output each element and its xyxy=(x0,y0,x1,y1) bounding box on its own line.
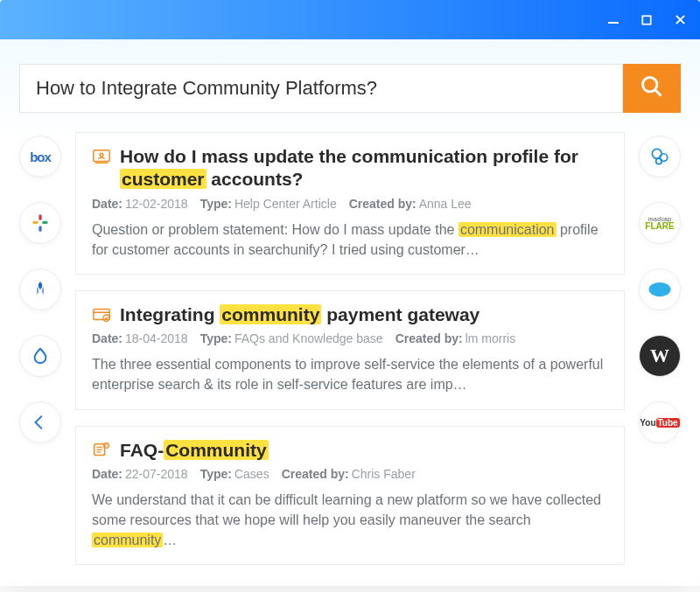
source-drupal-icon[interactable] xyxy=(19,335,61,377)
svg-point-24 xyxy=(656,158,662,164)
source-salesforce-icon[interactable] xyxy=(639,268,681,310)
result-snippet: We understand that it can be difficult l… xyxy=(92,490,608,551)
source-wordpress-icon[interactable]: W xyxy=(639,335,681,377)
left-source-rail: box xyxy=(19,132,63,565)
result-meta: Date:22-07-2018 Type:Cases Created by:Ch… xyxy=(92,467,608,481)
result-title: How do I mass update the communication p… xyxy=(120,145,608,192)
svg-rect-10 xyxy=(94,150,109,162)
person-card-icon xyxy=(92,147,111,166)
search-input[interactable] xyxy=(19,64,623,113)
source-box-icon[interactable]: box xyxy=(19,136,61,178)
minimize-button[interactable] xyxy=(606,12,621,28)
result-card[interactable]: Integrating community payment gateway Da… xyxy=(75,290,625,410)
result-card[interactable]: How do I mass update the communication p… xyxy=(75,132,625,275)
card-check-icon xyxy=(92,305,111,324)
search-bar xyxy=(19,64,681,113)
result-snippet: Question or problem statement: How do I … xyxy=(92,219,608,260)
right-source-rail: madcapFLARE W YouTube xyxy=(637,132,681,565)
source-youtube-icon[interactable]: YouTube xyxy=(639,401,681,443)
results-list: How do I mass update the communication p… xyxy=(75,132,625,565)
result-title: FAQ-Community xyxy=(120,439,608,462)
result-meta: Date:18-04-2018 Type:FAQs and Knowledge … xyxy=(92,331,608,345)
result-snippet: The three essential components to improv… xyxy=(92,354,608,394)
body-row: box xyxy=(19,132,681,565)
source-jira-icon[interactable] xyxy=(19,268,61,310)
svg-rect-7 xyxy=(42,221,47,224)
source-flare-icon[interactable]: madcapFLARE xyxy=(639,202,681,244)
svg-rect-6 xyxy=(32,221,38,224)
svg-line-5 xyxy=(655,90,662,96)
maximize-button[interactable] xyxy=(639,12,654,28)
faq-icon: ? xyxy=(92,441,111,460)
close-button[interactable] xyxy=(672,12,688,28)
app-window: box xyxy=(0,0,700,586)
titlebar xyxy=(0,0,700,39)
result-title: Integrating community payment gateway xyxy=(120,303,608,326)
search-icon xyxy=(640,74,664,102)
svg-rect-1 xyxy=(642,16,650,24)
source-slack-icon[interactable] xyxy=(19,202,61,244)
svg-point-11 xyxy=(100,153,103,157)
svg-text:?: ? xyxy=(105,443,108,448)
svg-rect-8 xyxy=(38,214,41,220)
result-meta: Date:12-02-2018 Type:Help Center Article… xyxy=(92,197,608,211)
search-button[interactable] xyxy=(623,64,681,113)
content-area: box xyxy=(0,39,700,586)
source-sharepoint-icon[interactable] xyxy=(639,136,681,178)
result-card[interactable]: ? FAQ-Community Date:22-07-2018 Type:Cas… xyxy=(75,426,625,566)
svg-point-25 xyxy=(649,282,671,296)
svg-point-4 xyxy=(643,78,657,92)
svg-rect-9 xyxy=(38,226,41,232)
source-generic-icon[interactable] xyxy=(19,401,61,443)
